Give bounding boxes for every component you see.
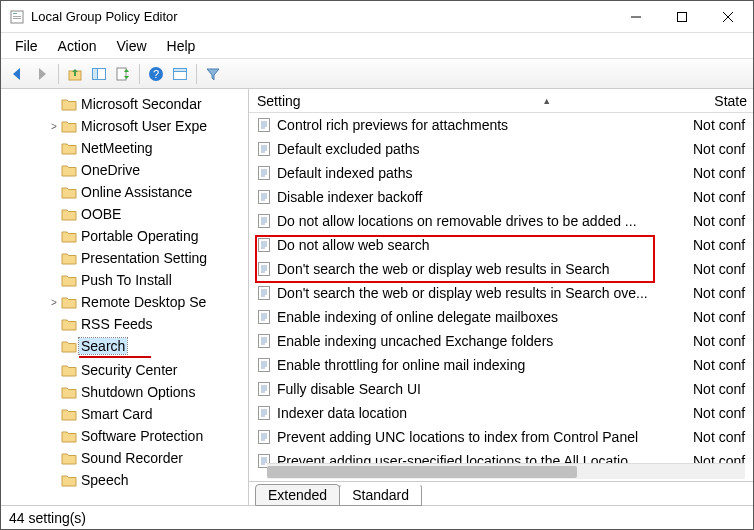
- tree-item[interactable]: Security Center: [1, 359, 248, 381]
- tree-item-label: Remote Desktop Se: [81, 294, 206, 310]
- tree-item[interactable]: RSS Feeds: [1, 313, 248, 335]
- tree-item[interactable]: NetMeeting: [1, 137, 248, 159]
- help-button[interactable]: ?: [145, 63, 167, 85]
- tab-standard[interactable]: Standard: [339, 484, 422, 506]
- state-label: Not conf: [693, 405, 753, 421]
- forward-button[interactable]: [31, 63, 53, 85]
- tree-item[interactable]: Push To Install: [1, 269, 248, 291]
- tree-item[interactable]: Online Assistance: [1, 181, 248, 203]
- scrollbar-thumb[interactable]: [267, 466, 577, 478]
- state-label: Not conf: [693, 429, 753, 445]
- list-row[interactable]: Do not allow locations on removable driv…: [249, 209, 753, 233]
- setting-label: Do not allow locations on removable driv…: [277, 213, 637, 229]
- list-header: Setting ▲ State: [249, 89, 753, 113]
- tree-item-label: Online Assistance: [81, 184, 192, 200]
- window-title: Local Group Policy Editor: [31, 9, 613, 24]
- list-row[interactable]: Disable indexer backoffNot conf: [249, 185, 753, 209]
- filter-button[interactable]: [202, 63, 224, 85]
- tree-item-label: Software Protection: [81, 428, 203, 444]
- selection-underline: [79, 356, 151, 358]
- setting-label: Indexer data location: [277, 405, 407, 421]
- menu-action[interactable]: Action: [48, 35, 107, 57]
- list-row[interactable]: Enable indexing uncached Exchange folder…: [249, 329, 753, 353]
- tree-item[interactable]: Sound Recorder: [1, 447, 248, 469]
- column-setting[interactable]: Setting ▲: [249, 93, 693, 109]
- export-button[interactable]: [112, 63, 134, 85]
- tree-item[interactable]: Presentation Setting: [1, 247, 248, 269]
- folder-icon: [61, 385, 77, 399]
- minimize-button[interactable]: [613, 2, 659, 32]
- tree-item[interactable]: Software Protection: [1, 425, 248, 447]
- column-state[interactable]: State: [693, 93, 753, 109]
- show-hide-tree-button[interactable]: [88, 63, 110, 85]
- list-row[interactable]: Enable throttling for online mail indexi…: [249, 353, 753, 377]
- tree-item-label: Search: [79, 338, 127, 354]
- maximize-button[interactable]: [659, 2, 705, 32]
- menu-help[interactable]: Help: [157, 35, 206, 57]
- horizontal-scrollbar[interactable]: [267, 463, 745, 479]
- svg-rect-5: [678, 12, 687, 21]
- properties-button[interactable]: [169, 63, 191, 85]
- tree-item[interactable]: Smart Card: [1, 403, 248, 425]
- list-row[interactable]: Do not allow web searchNot conf: [249, 233, 753, 257]
- tree-item-label: Shutdown Options: [81, 384, 195, 400]
- tree-item-label: OneDrive: [81, 162, 140, 178]
- tree-item[interactable]: Search: [1, 335, 248, 357]
- list-row[interactable]: Default indexed pathsNot conf: [249, 161, 753, 185]
- tree-pane[interactable]: Microsoft Secondar>Microsoft User ExpeNe…: [1, 89, 249, 505]
- expander-icon[interactable]: >: [47, 297, 61, 308]
- state-label: Not conf: [693, 309, 753, 325]
- setting-label: Control rich previews for attachments: [277, 117, 508, 133]
- window: Local Group Policy Editor File Action Vi…: [0, 0, 754, 530]
- tree-item-label: NetMeeting: [81, 140, 153, 156]
- policy-icon: [257, 358, 271, 372]
- menu-file[interactable]: File: [5, 35, 48, 57]
- list-row[interactable]: Don't search the web or display web resu…: [249, 257, 753, 281]
- list-row[interactable]: Fully disable Search UINot conf: [249, 377, 753, 401]
- setting-label: Enable throttling for online mail indexi…: [277, 357, 525, 373]
- tree-item[interactable]: Shutdown Options: [1, 381, 248, 403]
- app-icon: [9, 9, 25, 25]
- tree-item[interactable]: Microsoft Secondar: [1, 93, 248, 115]
- menubar: File Action View Help: [1, 33, 753, 59]
- svg-rect-10: [93, 68, 98, 79]
- tree-item-label: Speech: [81, 472, 128, 488]
- tree-item[interactable]: Portable Operating: [1, 225, 248, 247]
- svg-rect-15: [174, 68, 187, 71]
- tree-item-label: Microsoft User Expe: [81, 118, 207, 134]
- setting-label: Enable indexing uncached Exchange folder…: [277, 333, 553, 349]
- list-row[interactable]: Control rich previews for attachmentsNot…: [249, 113, 753, 137]
- policy-icon: [257, 310, 271, 324]
- close-button[interactable]: [705, 2, 751, 32]
- tab-extended[interactable]: Extended: [255, 484, 340, 506]
- folder-icon: [61, 229, 77, 243]
- folder-icon: [61, 339, 77, 353]
- folder-icon: [61, 429, 77, 443]
- tree-item-label: Smart Card: [81, 406, 153, 422]
- list-pane: Setting ▲ State Control rich previews fo…: [249, 89, 753, 481]
- list-row[interactable]: Don't search the web or display web resu…: [249, 281, 753, 305]
- expander-icon[interactable]: >: [47, 121, 61, 132]
- svg-rect-16: [259, 119, 270, 132]
- sort-ascending-icon: ▲: [542, 96, 551, 106]
- menu-view[interactable]: View: [106, 35, 156, 57]
- tree-item[interactable]: >Remote Desktop Se: [1, 291, 248, 313]
- up-button[interactable]: [64, 63, 86, 85]
- tree-item[interactable]: OneDrive: [1, 159, 248, 181]
- list-row[interactable]: Indexer data locationNot conf: [249, 401, 753, 425]
- policy-icon: [257, 382, 271, 396]
- tree-item[interactable]: OOBE: [1, 203, 248, 225]
- tree-item-label: Sound Recorder: [81, 450, 183, 466]
- tree-item[interactable]: >Microsoft User Expe: [1, 115, 248, 137]
- status-text: 44 setting(s): [9, 510, 86, 526]
- policy-icon: [257, 406, 271, 420]
- list-row[interactable]: Prevent adding UNC locations to index fr…: [249, 425, 753, 449]
- list-row[interactable]: Enable indexing of online delegate mailb…: [249, 305, 753, 329]
- svg-rect-66: [259, 359, 270, 372]
- tree-item[interactable]: Speech: [1, 469, 248, 491]
- back-button[interactable]: [7, 63, 29, 85]
- tree-item-label: Portable Operating: [81, 228, 199, 244]
- state-label: Not conf: [693, 213, 753, 229]
- list-row[interactable]: Default excluded pathsNot conf: [249, 137, 753, 161]
- right-pane: Setting ▲ State Control rich previews fo…: [249, 89, 753, 505]
